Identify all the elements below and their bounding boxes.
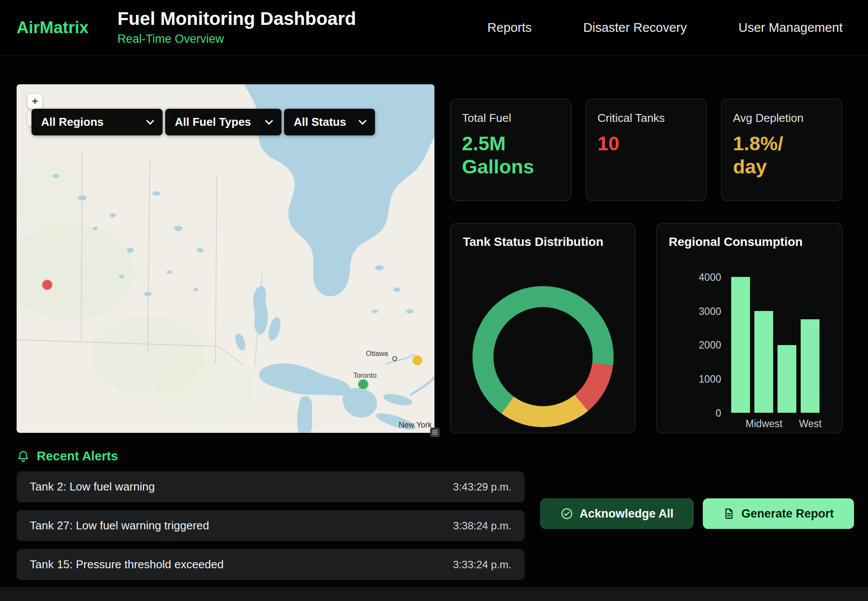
alert-timestamp: 3:33:24 p.m. bbox=[453, 559, 511, 571]
stat-value-line: Gallons bbox=[462, 155, 559, 178]
stat-label: Critical Tanks bbox=[597, 111, 695, 125]
map-filter-row: All Regions All Fuel Types All Status bbox=[31, 109, 375, 135]
nav-user-management[interactable]: User Management bbox=[738, 21, 843, 35]
stat-value-line: 10 bbox=[597, 132, 695, 155]
bar-plot-area bbox=[731, 277, 823, 413]
bar bbox=[754, 311, 773, 413]
map-svg: Canada Ottawa Toronto New York bbox=[17, 84, 434, 433]
alerts-heading-label: Recent Alerts bbox=[37, 449, 118, 463]
city-dot-icon bbox=[393, 357, 397, 361]
map-marker-critical[interactable] bbox=[42, 279, 53, 290]
stat-card-critical-tanks: Critical Tanks 10 bbox=[586, 99, 707, 201]
acknowledge-all-label: Acknowledge All bbox=[580, 507, 674, 521]
stat-label: Avg Depletion bbox=[733, 111, 830, 125]
map-resize-handle[interactable] bbox=[430, 428, 440, 437]
stat-value-line: day bbox=[733, 155, 830, 178]
map-marker-warning[interactable] bbox=[412, 355, 423, 366]
alert-row[interactable]: Tank 15: Pressure threshold exceeded 3:3… bbox=[17, 549, 524, 580]
x-axis-tick: Midwest bbox=[746, 418, 782, 430]
x-axis-tick: West bbox=[799, 418, 822, 430]
chevron-down-icon bbox=[358, 117, 366, 124]
alert-row[interactable]: Tank 27: Low fuel warning triggered 3:38… bbox=[17, 510, 524, 541]
app-header: AirMatrix Fuel Monitoring Dashboard Real… bbox=[0, 0, 868, 55]
y-axis: 4000 3000 2000 1000 0 bbox=[677, 224, 721, 433]
app-logo[interactable]: AirMatrix bbox=[17, 18, 89, 37]
bell-icon bbox=[17, 450, 30, 463]
map-panel[interactable]: Canada Ottawa Toronto New York + All Reg… bbox=[17, 84, 434, 433]
alert-message: Tank 2: Low fuel warning bbox=[30, 480, 155, 494]
recent-alerts-section: Recent Alerts Tank 2: Low fuel warning 3… bbox=[17, 449, 524, 580]
title-block: Fuel Monitoring Dashboard Real-Time Over… bbox=[118, 9, 356, 46]
chevron-down-icon bbox=[146, 117, 154, 124]
map-marker-normal[interactable] bbox=[358, 379, 369, 390]
alert-message: Tank 27: Low fuel warning triggered bbox=[30, 519, 209, 532]
map-label-new-york: New York bbox=[399, 421, 432, 429]
document-icon bbox=[723, 508, 735, 520]
chevron-down-icon bbox=[265, 117, 273, 124]
alerts-heading: Recent Alerts bbox=[17, 449, 524, 463]
y-axis-tick: 4000 bbox=[699, 272, 721, 283]
stat-card-avg-depletion: Avg Depletion 1.8%/ day bbox=[721, 99, 842, 201]
nav-reports[interactable]: Reports bbox=[487, 21, 532, 35]
filter-fuel-types-label: All Fuel Types bbox=[175, 115, 251, 129]
acknowledge-all-button[interactable]: Acknowledge All bbox=[540, 498, 694, 529]
stat-value-line: 1.8%/ bbox=[733, 132, 830, 155]
stat-value-line: 2.5M bbox=[462, 132, 559, 155]
map-canvas[interactable]: Canada Ottawa Toronto New York bbox=[17, 84, 434, 433]
map-label-ottawa: Ottawa bbox=[366, 350, 388, 357]
stat-value-total-fuel: 2.5M Gallons bbox=[462, 132, 559, 178]
alert-message: Tank 15: Pressure threshold exceeded bbox=[30, 558, 224, 571]
filter-fuel-types-dropdown[interactable]: All Fuel Types bbox=[165, 109, 281, 135]
tank-status-donut bbox=[472, 286, 614, 427]
y-axis-tick: 3000 bbox=[699, 306, 721, 318]
generate-report-button[interactable]: Generate Report bbox=[703, 498, 854, 529]
y-axis-tick: 2000 bbox=[699, 339, 721, 351]
filter-regions-dropdown[interactable]: All Regions bbox=[31, 109, 163, 135]
chart-title: Tank Status Distribution bbox=[463, 235, 604, 249]
main-nav: Reports Disaster Recovery User Managemen… bbox=[487, 21, 843, 35]
grip-icon bbox=[432, 429, 438, 435]
page-subtitle: Real-Time Overview bbox=[118, 32, 356, 46]
y-axis-tick: 1000 bbox=[699, 373, 721, 385]
dashboard-page: AirMatrix Fuel Monitoring Dashboard Real… bbox=[0, 0, 868, 601]
alert-timestamp: 3:43:29 p.m. bbox=[453, 481, 511, 493]
bar bbox=[731, 277, 750, 413]
footer-bar bbox=[0, 587, 868, 601]
stat-card-total-fuel: Total Fuel 2.5M Gallons bbox=[450, 99, 571, 201]
generate-report-label: Generate Report bbox=[741, 507, 834, 521]
filter-regions-label: All Regions bbox=[41, 115, 104, 129]
alert-row[interactable]: Tank 2: Low fuel warning 3:43:29 p.m. bbox=[17, 471, 524, 502]
stat-label: Total Fuel bbox=[462, 111, 559, 125]
y-axis-tick: 0 bbox=[715, 408, 721, 419]
check-circle-icon bbox=[560, 507, 573, 520]
tank-status-card: Tank Status Distribution bbox=[450, 223, 635, 433]
stat-value-critical-tanks: 10 bbox=[597, 132, 695, 155]
nav-disaster-recovery[interactable]: Disaster Recovery bbox=[583, 21, 687, 35]
zoom-in-button[interactable]: + bbox=[28, 94, 42, 109]
regional-consumption-card: Regional Consumption 4000 3000 2000 1000… bbox=[656, 223, 843, 433]
page-title: Fuel Monitoring Dashboard bbox=[118, 9, 356, 28]
filter-status-dropdown[interactable]: All Status bbox=[284, 109, 375, 135]
map-label-toronto: Toronto bbox=[353, 372, 376, 379]
bar bbox=[778, 345, 796, 413]
filter-status-label: All Status bbox=[294, 115, 346, 129]
bar bbox=[801, 319, 819, 413]
stat-value-avg-depletion: 1.8%/ day bbox=[733, 132, 830, 178]
alert-timestamp: 3:38:24 p.m. bbox=[453, 520, 511, 532]
